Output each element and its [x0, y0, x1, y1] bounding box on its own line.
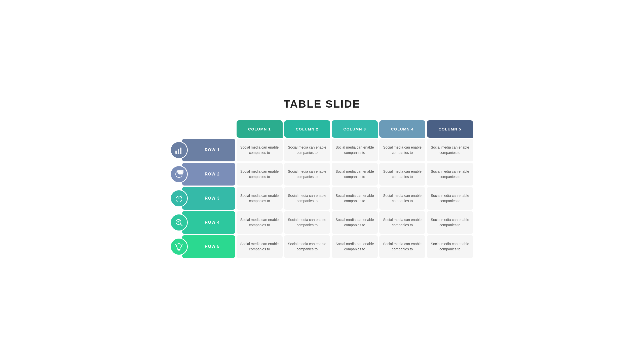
cell-row2-col5: Social media can enable companies to — [427, 163, 473, 186]
cell-row5-col4: Social media can enable companies to — [379, 235, 425, 258]
row-label-row4: ROW 4 — [182, 211, 235, 234]
cell-row1-col3: Social media can enable companies to — [332, 139, 378, 161]
svg-line-19 — [182, 244, 182, 245]
row-icon-lightbulb — [170, 238, 188, 255]
cell-row1-col4: Social media can enable companies to — [379, 139, 425, 161]
slide-title: TABLE SLIDE — [284, 98, 360, 110]
cell-row3-col4: Social media can enable companies to — [379, 187, 425, 210]
row-header-row2: ROW 2 — [171, 163, 235, 186]
cell-row4-col1: Social media can enable companies to — [237, 211, 283, 234]
cell-row3-col5: Social media can enable companies to — [427, 187, 473, 210]
col-header-col1: COLUMN 1 — [237, 120, 283, 138]
cell-row5-col1: Social media can enable companies to — [237, 235, 283, 258]
row-label-row2: ROW 2 — [182, 163, 235, 186]
table-row-row2: ROW 2Social media can enable companies t… — [171, 163, 473, 186]
table-row-row1: ROW 1Social media can enable companies t… — [171, 139, 473, 161]
cell-row3-col2: Social media can enable companies to — [284, 187, 330, 210]
svg-rect-1 — [178, 149, 179, 154]
col-header-col2: COLUMN 2 — [284, 120, 330, 138]
row-header-row3: ROW 3 — [171, 187, 235, 210]
cell-row2-col2: Social media can enable companies to — [284, 163, 330, 186]
cell-row4-col5: Social media can enable companies to — [427, 211, 473, 234]
row-header-row5: ROW 5 — [171, 235, 235, 258]
svg-line-14 — [180, 224, 182, 226]
row-icon-pie-chart — [170, 165, 188, 183]
cell-row1-col2: Social media can enable companies to — [284, 139, 330, 161]
cell-row2-col1: Social media can enable companies to — [237, 163, 283, 186]
row-label-row1: ROW 1 — [182, 139, 235, 161]
row-label-row3: ROW 3 — [182, 187, 235, 210]
svg-rect-2 — [180, 148, 181, 154]
svg-line-12 — [181, 196, 182, 196]
svg-line-18 — [175, 244, 176, 245]
cell-row2-col3: Social media can enable companies to — [332, 163, 378, 186]
col-header-col3: COLUMN 3 — [332, 120, 378, 138]
row-icon-stopwatch — [170, 190, 188, 207]
slide-container: TABLE SLIDE COLUMN 1COLUMN 2COLUMN 3COLU… — [161, 90, 483, 272]
cell-row2-col4: Social media can enable companies to — [379, 163, 425, 186]
cell-row3-col3: Social media can enable companies to — [332, 187, 378, 210]
cell-row4-col2: Social media can enable companies to — [284, 211, 330, 234]
table-row-row5: ROW 5Social media can enable companies t… — [171, 235, 473, 258]
cell-row4-col4: Social media can enable companies to — [379, 211, 425, 234]
row-label-row5: ROW 5 — [182, 235, 235, 258]
cell-row1-col1: Social media can enable companies to — [237, 139, 283, 161]
cell-row5-col5: Social media can enable companies to — [427, 235, 473, 258]
cell-row1-col5: Social media can enable companies to — [427, 139, 473, 161]
cell-row3-col1: Social media can enable companies to — [237, 187, 283, 210]
row-icon-bar-chart — [170, 141, 188, 159]
table-row-row3: ROW 3Social media can enable companies t… — [171, 187, 473, 210]
table-header: COLUMN 1COLUMN 2COLUMN 3COLUMN 4COLUMN 5 — [237, 120, 473, 138]
row-icon-search-chart — [170, 214, 188, 231]
table-row-row4: ROW 4Social media can enable companies t… — [171, 211, 473, 234]
row-header-row1: ROW 1 — [171, 139, 235, 161]
col-header-col5: COLUMN 5 — [427, 120, 473, 138]
cell-row4-col3: Social media can enable companies to — [332, 211, 378, 234]
col-header-col4: COLUMN 4 — [379, 120, 425, 138]
svg-rect-0 — [175, 151, 177, 154]
cell-row5-col2: Social media can enable companies to — [284, 235, 330, 258]
row-header-row4: ROW 4 — [171, 211, 235, 234]
cell-row5-col3: Social media can enable companies to — [332, 235, 378, 258]
table-wrapper: COLUMN 1COLUMN 2COLUMN 3COLUMN 4COLUMN 5… — [171, 120, 473, 258]
table-body: ROW 1Social media can enable companies t… — [171, 139, 473, 258]
